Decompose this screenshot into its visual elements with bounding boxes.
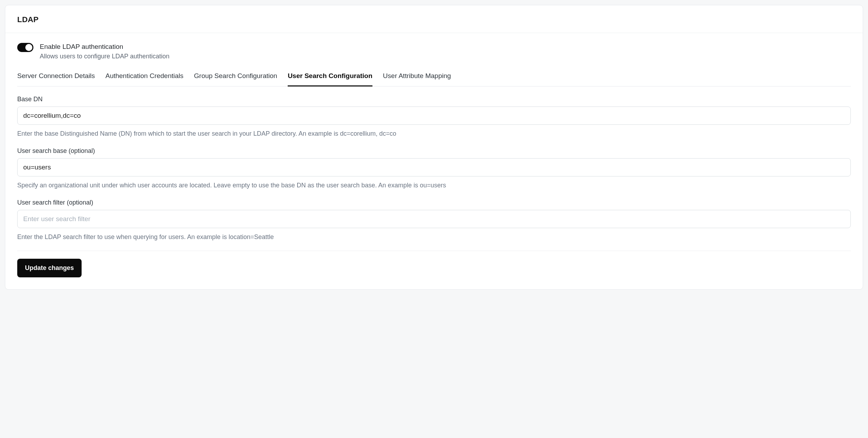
tabs: Server Connection Details Authentication… xyxy=(17,70,851,86)
base-dn-help: Enter the base Distinguished Name (DN) f… xyxy=(17,129,851,138)
divider xyxy=(17,251,851,251)
user-search-base-field: User search base (optional) Specify an o… xyxy=(17,147,851,190)
tab-authentication-credentials[interactable]: Authentication Credentials xyxy=(106,70,184,86)
toggle-text-group: Enable LDAP authentication Allows users … xyxy=(40,42,170,60)
user-search-filter-label: User search filter (optional) xyxy=(17,199,851,206)
card-title: LDAP xyxy=(17,15,851,24)
user-search-filter-help: Enter the LDAP search filter to use when… xyxy=(17,232,851,241)
tab-group-search-configuration[interactable]: Group Search Configuration xyxy=(194,70,277,86)
user-search-base-help: Specify an organizational unit under whi… xyxy=(17,181,851,190)
base-dn-field: Base DN Enter the base Distinguished Nam… xyxy=(17,96,851,138)
enable-ldap-row: Enable LDAP authentication Allows users … xyxy=(17,42,851,60)
tab-user-search-configuration[interactable]: User Search Configuration xyxy=(288,70,372,86)
card-header: LDAP xyxy=(5,5,863,33)
ldap-card: LDAP Enable LDAP authentication Allows u… xyxy=(5,5,863,290)
base-dn-label: Base DN xyxy=(17,96,851,103)
base-dn-input[interactable] xyxy=(17,107,851,125)
user-search-filter-field: User search filter (optional) Enter the … xyxy=(17,199,851,241)
enable-ldap-toggle[interactable] xyxy=(17,43,33,52)
toggle-label: Enable LDAP authentication xyxy=(40,42,170,51)
user-search-base-label: User search base (optional) xyxy=(17,147,851,155)
tab-server-connection-details[interactable]: Server Connection Details xyxy=(17,70,95,86)
card-body: Enable LDAP authentication Allows users … xyxy=(5,33,863,289)
toggle-description: Allows users to configure LDAP authentic… xyxy=(40,53,170,60)
user-search-filter-input[interactable] xyxy=(17,210,851,228)
update-changes-button[interactable]: Update changes xyxy=(17,259,82,277)
tab-user-attribute-mapping[interactable]: User Attribute Mapping xyxy=(383,70,451,86)
user-search-base-input[interactable] xyxy=(17,158,851,176)
toggle-knob xyxy=(25,44,32,51)
